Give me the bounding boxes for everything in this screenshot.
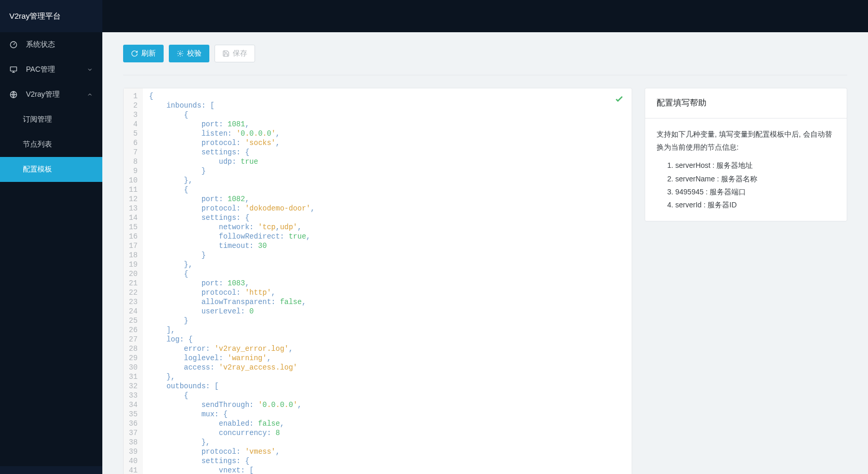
monitor-icon: [9, 65, 21, 74]
top-header: [102, 0, 868, 32]
refresh-button[interactable]: 刷新: [123, 45, 164, 62]
help-intro: 支持如下几种变量, 填写变量到配置模板中后, 会自动替换为当前使用的节点信息:: [657, 128, 835, 154]
svg-point-3: [179, 52, 181, 55]
sidebar-submenu-v2ray: 订阅管理 节点列表 配置模板: [0, 107, 102, 182]
toolbar: 刷新 校验 保存: [123, 45, 847, 75]
sidebar-item-label: 订阅管理: [23, 115, 52, 124]
chevron-up-icon: [87, 91, 93, 98]
brand-title: V2ray管理平台: [0, 0, 102, 32]
sidebar-item-label: 节点列表: [23, 140, 52, 149]
help-title: 配置填写帮助: [645, 88, 847, 118]
button-label: 刷新: [141, 49, 156, 58]
sidebar-collapse-button[interactable]: [0, 466, 102, 474]
button-label: 保存: [233, 49, 247, 58]
sidebar-item-pac[interactable]: PAC管理: [0, 57, 102, 82]
sidebar-item-label: PAC管理: [26, 65, 55, 74]
globe-icon: [9, 90, 21, 99]
nav-list: 系统状态 PAC管理 V2ray管理: [0, 32, 102, 466]
sidebar-item-label: 配置模板: [23, 165, 52, 174]
main: 刷新 校验 保存: [102, 0, 868, 474]
sidebar-item-label: 系统状态: [26, 40, 55, 49]
help-vars-list: serverHost : 服务器地址 serverName : 服务器名称 94…: [657, 159, 835, 212]
sidebar-item-config-template[interactable]: 配置模板: [0, 157, 102, 182]
code-editor[interactable]: 1234567891011121314151617181920212223242…: [123, 88, 632, 474]
svg-rect-1: [10, 67, 17, 71]
help-var-item: 9495945 : 服务器端口: [675, 186, 835, 199]
sidebar-item-v2ray[interactable]: V2ray管理: [0, 82, 102, 107]
help-var-item: serverName : 服务器名称: [675, 173, 835, 186]
line-number-gutter: 1234567891011121314151617181920212223242…: [124, 88, 143, 474]
valid-check-icon: [614, 94, 624, 104]
help-card: 配置填写帮助 支持如下几种变量, 填写变量到配置模板中后, 会自动替换为当前使用…: [645, 88, 847, 221]
validate-button[interactable]: 校验: [169, 45, 209, 62]
sidebar-item-label: V2ray管理: [26, 90, 60, 99]
button-label: 校验: [187, 49, 202, 58]
sidebar-item-nodes[interactable]: 节点列表: [0, 132, 102, 157]
sidebar-item-system-status[interactable]: 系统状态: [0, 32, 102, 57]
code-content[interactable]: { inbounds: [ { port: 1081, listen: '0.0…: [143, 88, 632, 474]
sidebar: V2ray管理平台 系统状态 PAC管理: [0, 0, 102, 474]
help-var-item: serverId : 服务器ID: [675, 199, 835, 212]
help-var-item: serverHost : 服务器地址: [675, 159, 835, 172]
sidebar-item-subscribe[interactable]: 订阅管理: [0, 107, 102, 132]
chevron-down-icon: [87, 67, 93, 73]
save-button: 保存: [215, 45, 255, 62]
content: 刷新 校验 保存: [102, 32, 868, 474]
gauge-icon: [9, 41, 21, 49]
refresh-icon: [131, 50, 138, 57]
save-icon: [222, 50, 230, 57]
gear-icon: [177, 50, 184, 57]
